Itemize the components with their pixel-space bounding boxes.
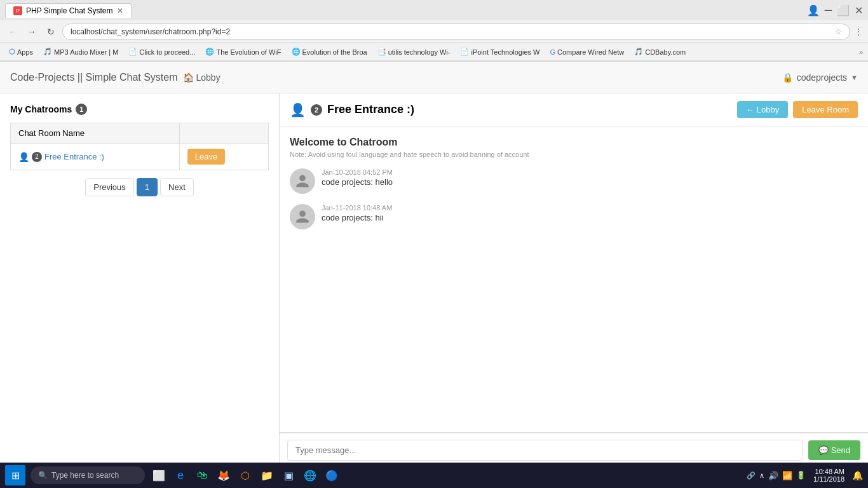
- address-bar[interactable]: localhost/chat_system/user/chatroom.php?…: [62, 24, 850, 40]
- sidebar: My Chatrooms 1 Chat Room Name 👤 2 Free E…: [0, 93, 280, 467]
- browser-tab[interactable]: P PHP Simple Chat System ✕: [5, 3, 132, 18]
- note-text: Note: Avoid using foul language and hate…: [290, 151, 858, 158]
- bookmark-wifi-evolution[interactable]: 🌐 The Evolution of WiF: [201, 46, 285, 57]
- lobby-button[interactable]: ← Lobby: [737, 101, 788, 118]
- message: Jan-10-2018 04:52 PM code projects: hell…: [290, 168, 858, 194]
- leave-room-button-label: Leave Room: [802, 105, 849, 114]
- navbar-lobby-link[interactable]: 🏠 Lobby: [183, 72, 220, 83]
- navbar: Code-Projects || Simple Chat System 🏠 Lo…: [0, 62, 868, 93]
- chatroom-count-badge: 1: [76, 104, 87, 115]
- bookmark-label: Compare Wired Netw: [557, 48, 624, 56]
- message-time: Jan-10-2018 04:52 PM: [322, 168, 858, 176]
- minimize-button[interactable]: ─: [825, 4, 832, 17]
- close-button[interactable]: ✕: [855, 4, 863, 17]
- vmware-icon[interactable]: ▣: [280, 466, 297, 467]
- username-text: codeprojects: [797, 72, 847, 83]
- store-icon[interactable]: 🛍: [193, 466, 211, 467]
- chat-header: 👤 2 Free Entrance :) ← Lobby Leave Room: [280, 93, 868, 126]
- bookmark-icon: 🎵: [43, 48, 52, 56]
- bookmark-compare-wired[interactable]: G Compare Wired Netw: [546, 47, 628, 57]
- extensions-icon[interactable]: ⋮: [854, 27, 863, 37]
- arrow-left-icon: ←: [746, 105, 754, 114]
- profile-icon[interactable]: 👤: [807, 4, 820, 17]
- back-button[interactable]: ←: [5, 24, 20, 39]
- bookmark-apps[interactable]: ⬡ Apps: [5, 46, 37, 57]
- leave-button[interactable]: Leave: [187, 149, 225, 165]
- chat-area: 👤 2 Free Entrance :) ← Lobby Leave Room …: [280, 93, 868, 467]
- message-text: code projects: hello: [322, 177, 858, 187]
- bookmark-mp3[interactable]: 🎵 MP3 Audio Mixer | M: [39, 46, 122, 57]
- tab-favicon: P: [13, 6, 22, 15]
- taskbar-left: ⊞ 🔍 ⬜ e 🛍 🦊 ⬡ 📁 ▣ 🌐 🔵: [5, 465, 341, 467]
- message: Jan-11-2018 10:48 AM code projects: hii: [290, 204, 858, 229]
- room-user-icon: 👤: [18, 152, 29, 162]
- apps-icon: ⬡: [9, 48, 15, 56]
- lobby-button-label: Lobby: [757, 105, 779, 114]
- messages-list: Jan-10-2018 04:52 PM code projects: hell…: [290, 168, 858, 229]
- chrome-icon[interactable]: 🌐: [301, 466, 319, 467]
- tab-title: PHP Simple Chat System: [26, 6, 113, 15]
- chat-header-buttons: ← Lobby Leave Room: [737, 101, 858, 118]
- browser-titlebar: P PHP Simple Chat System ✕ 👤 ─ ⬜ ✕: [0, 0, 868, 20]
- restore-button[interactable]: ⬜: [837, 4, 850, 17]
- bookmark-ipoint[interactable]: 📄 iPoint Technologies W: [456, 46, 543, 57]
- previous-button[interactable]: Previous: [85, 178, 134, 196]
- browser-controls: ← → ↻ localhost/chat_system/user/chatroo…: [0, 20, 868, 43]
- messages-container[interactable]: Welcome to Chatroom Note: Avoid using fo…: [280, 126, 868, 433]
- task-view-icon[interactable]: ⬜: [150, 466, 168, 467]
- page-1-button[interactable]: 1: [137, 178, 158, 196]
- message-time: Jan-11-2018 10:48 AM: [322, 204, 858, 212]
- more-bookmarks-icon[interactable]: »: [859, 48, 863, 56]
- message-text: code projects: hii: [322, 213, 858, 222]
- taskbar-icons: ⬜ e 🛍 🦊 ⬡ 📁 ▣ 🌐 🔵: [150, 466, 341, 467]
- bookmark-icon: 📄: [460, 48, 469, 56]
- app5-icon[interactable]: ⬡: [236, 466, 254, 467]
- chat-room-name-text: Free Entrance :): [327, 103, 414, 116]
- avatar: [290, 204, 315, 229]
- lobby-link-text: Lobby: [196, 72, 220, 83]
- bookmark-star-icon[interactable]: ☆: [835, 27, 842, 36]
- edge-icon[interactable]: e: [172, 466, 189, 467]
- pagination: Previous 1 Next: [10, 178, 269, 196]
- room-user-count-badge: 2: [32, 152, 42, 162]
- chatrooms-table: Chat Room Name 👤 2 Free Entrance :) Leav…: [10, 123, 269, 170]
- bookmark-icon: 🎵: [634, 48, 643, 56]
- folder-icon[interactable]: 📁: [258, 466, 276, 467]
- room-link[interactable]: 👤 2 Free Entrance :): [18, 152, 172, 162]
- message-content: Jan-11-2018 10:48 AM code projects: hii: [322, 204, 858, 222]
- bookmark-utilis[interactable]: 📑 utilis technology Wi-: [374, 46, 454, 57]
- leave-room-button[interactable]: Leave Room: [793, 101, 858, 118]
- bookmark-proceed[interactable]: 📄 Click to proceed...: [125, 46, 199, 57]
- chat-user-icon: 👤: [290, 102, 306, 118]
- bookmark-label: Apps: [17, 48, 33, 56]
- bookmark-icon: 🌐: [292, 48, 301, 56]
- next-button[interactable]: Next: [160, 178, 194, 196]
- avatar: [290, 168, 315, 194]
- taskbar: ⊞ 🔍 ⬜ e 🛍 🦊 ⬡ 📁 ▣ 🌐 🔵 🔗 ∧ 🔊 📶 🔋 10:48 AM: [0, 463, 868, 467]
- tab-close-button[interactable]: ✕: [117, 6, 123, 15]
- room-name-cell: 👤 2 Free Entrance :): [11, 144, 180, 170]
- message-input-area: 💬 Send: [280, 433, 868, 467]
- search-box[interactable]: 🔍: [31, 466, 145, 467]
- send-button[interactable]: 💬 Send: [808, 440, 860, 460]
- bookmark-broadband[interactable]: 🌐 Evolution of the Broa: [288, 46, 371, 57]
- green-icon[interactable]: 🔵: [323, 466, 341, 467]
- firefox-icon[interactable]: 🦊: [215, 466, 233, 467]
- bookmark-cdbaby[interactable]: 🎵 CDBaby.com: [630, 46, 689, 57]
- bookmark-label: CDBaby.com: [645, 48, 686, 56]
- main-layout: My Chatrooms 1 Chat Room Name 👤 2 Free E…: [0, 93, 868, 467]
- reload-button[interactable]: ↻: [43, 24, 58, 39]
- dropdown-arrow-icon[interactable]: ▼: [851, 74, 858, 81]
- welcome-text: Welcome to Chatroom: [290, 137, 858, 148]
- message-input[interactable]: [287, 440, 803, 461]
- sidebar-title-text: My Chatrooms: [10, 104, 72, 114]
- bookmark-icon: G: [550, 48, 555, 56]
- action-column-header: [179, 123, 268, 144]
- bookmark-label: MP3 Audio Mixer | M: [54, 48, 118, 56]
- forward-button[interactable]: →: [24, 24, 39, 39]
- bookmark-icon: 🌐: [205, 48, 214, 56]
- browser-chrome: P PHP Simple Chat System ✕ 👤 ─ ⬜ ✕ ← → ↻…: [0, 0, 868, 62]
- send-button-label: Send: [831, 445, 850, 455]
- start-button[interactable]: ⊞: [5, 465, 25, 467]
- bookmark-label: iPoint Technologies W: [471, 48, 539, 56]
